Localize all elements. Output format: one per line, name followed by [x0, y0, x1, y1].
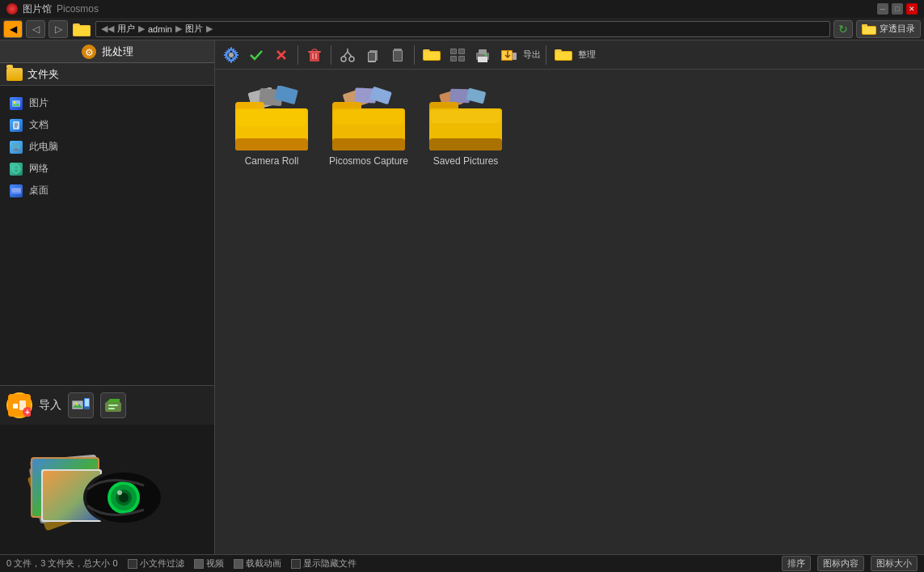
- toolbar-separator-3: [414, 45, 415, 65]
- right-panel: 导出 整理: [215, 40, 924, 554]
- dir-button-label: 穿透目录: [880, 23, 915, 35]
- desk-icon: [10, 184, 23, 197]
- folder-icon: [6, 68, 23, 81]
- small-filter-check[interactable]: 小文件过滤: [128, 557, 184, 570]
- address-double-arrow: ◀◀: [101, 23, 114, 34]
- app-subtitle: Picosmos: [57, 3, 99, 15]
- svg-rect-19: [15, 149, 18, 150]
- address-part-admin: admin: [148, 24, 172, 34]
- svg-text:+: +: [25, 408, 30, 417]
- logo-area: [0, 425, 214, 554]
- hidden-check[interactable]: 显示隐藏文件: [291, 557, 357, 570]
- open-folder-button[interactable]: 穿透目录: [856, 20, 921, 38]
- svg-rect-99: [235, 138, 308, 150]
- check-button[interactable]: [245, 44, 268, 66]
- folder-icon-saved-pictures: [429, 86, 502, 150]
- address-part-users: 用户: [117, 23, 135, 35]
- minimize-button[interactable]: ─: [877, 3, 888, 15]
- nav-item-desk[interactable]: 桌面: [0, 180, 214, 201]
- svg-rect-68: [394, 51, 402, 61]
- animated-checkbox[interactable]: [234, 559, 243, 569]
- nav-label-pc: 此电脑: [29, 140, 58, 154]
- settings-button[interactable]: [220, 44, 243, 66]
- svg-rect-27: [13, 404, 18, 409]
- folder-item-picosmos-capture[interactable]: Picosmos Capture: [328, 86, 409, 167]
- file-info: 0 文件，3 文件夹，总大小 0: [6, 557, 118, 570]
- toolbar-separator-1: [297, 45, 298, 65]
- address-bar[interactable]: ◀◀ 用户 ▶ admin ▶ 图片 ▶: [95, 21, 830, 37]
- sort-button[interactable]: 排序: [782, 556, 811, 571]
- animated-label: 载截动画: [246, 557, 281, 570]
- print-button[interactable]: [471, 44, 494, 66]
- import-photos-button[interactable]: [68, 392, 94, 418]
- svg-point-33: [75, 403, 78, 405]
- cross-button[interactable]: [270, 44, 293, 66]
- svg-rect-35: [85, 399, 89, 406]
- folder-item-saved-pictures[interactable]: Saved Pictures: [425, 86, 506, 167]
- svg-rect-39: [108, 408, 115, 409]
- nav-item-pics[interactable]: 图片: [0, 92, 214, 114]
- cut-button[interactable]: [336, 44, 359, 66]
- folder-label-picosmos-capture: Picosmos Capture: [329, 155, 408, 167]
- export-button[interactable]: [496, 44, 521, 66]
- nav-item-docs[interactable]: 文档: [0, 114, 214, 136]
- hidden-label: 显示隐藏文件: [303, 557, 357, 570]
- nav-items: 图片 文档 此电脑 网: [0, 86, 214, 385]
- svg-rect-65: [369, 53, 375, 61]
- animated-check[interactable]: 载截动画: [234, 557, 281, 570]
- paste-button[interactable]: [386, 44, 409, 66]
- folder-grid: Camera Roll: [231, 86, 908, 167]
- svg-rect-3: [74, 26, 90, 36]
- svg-point-83: [485, 53, 487, 56]
- svg-rect-81: [479, 49, 487, 54]
- folder-button[interactable]: [71, 20, 92, 38]
- net-icon: [10, 163, 23, 176]
- video-checkbox[interactable]: [194, 559, 204, 569]
- main-container: ◀ ◁ ▷ ◀◀ 用户 ▶ admin ▶ 图片 ▶ ↻: [0, 18, 924, 572]
- svg-point-60: [341, 57, 346, 61]
- svg-rect-76: [451, 49, 456, 53]
- svg-point-12: [14, 101, 15, 103]
- svg-rect-89: [555, 52, 572, 60]
- svg-rect-71: [424, 52, 440, 60]
- nav-label-net: 网络: [29, 162, 49, 176]
- app-logo: [27, 433, 188, 546]
- navigation-toolbar: ◀ ◁ ▷ ◀◀ 用户 ▶ admin ▶ 图片 ▶ ↻: [0, 18, 924, 40]
- svg-rect-115: [429, 138, 502, 150]
- svg-rect-107: [332, 138, 405, 150]
- svg-rect-114: [431, 110, 500, 123]
- maximize-button[interactable]: □: [892, 3, 903, 15]
- delete-button[interactable]: [303, 44, 326, 66]
- svg-point-61: [349, 57, 354, 61]
- folder-item-camera-roll[interactable]: Camera Roll: [231, 86, 312, 167]
- refresh-button[interactable]: ↻: [833, 20, 853, 38]
- close-button[interactable]: ✕: [906, 3, 918, 15]
- folder-icon-picosmos-capture: [332, 86, 405, 150]
- hidden-checkbox[interactable]: [291, 559, 301, 569]
- svg-rect-79: [459, 57, 464, 61]
- view-button[interactable]: [446, 44, 469, 66]
- export-label: 导出: [523, 49, 541, 61]
- nav-item-pc[interactable]: 此电脑: [0, 136, 214, 158]
- next-button[interactable]: ▷: [49, 20, 68, 38]
- video-check[interactable]: 视频: [194, 557, 224, 570]
- nav-label-docs: 文档: [29, 118, 49, 132]
- app-icon: [6, 3, 18, 15]
- batch-label: 批处理: [102, 44, 133, 59]
- back-button[interactable]: ◀: [3, 20, 23, 38]
- icon-size-button[interactable]: 图标大小: [871, 556, 918, 571]
- icon-content-button[interactable]: 图标内容: [817, 556, 864, 571]
- svg-rect-86: [513, 53, 517, 60]
- content-area: ⚙ 批处理 文件夹 图片 文档: [0, 40, 924, 554]
- copy-button[interactable]: [361, 44, 384, 66]
- svg-rect-17: [12, 143, 20, 149]
- import-file-button[interactable]: [100, 392, 126, 418]
- folder-open-button[interactable]: [420, 44, 444, 66]
- organize-folder-button[interactable]: [551, 44, 576, 66]
- prev-button[interactable]: ◁: [26, 20, 45, 38]
- folder-label-saved-pictures: Saved Pictures: [433, 155, 499, 167]
- toolbar-separator-4: [546, 45, 546, 65]
- nav-item-net[interactable]: 网络: [0, 158, 214, 180]
- small-filter-checkbox[interactable]: [128, 559, 137, 569]
- nav-label-pics: 图片: [29, 96, 49, 110]
